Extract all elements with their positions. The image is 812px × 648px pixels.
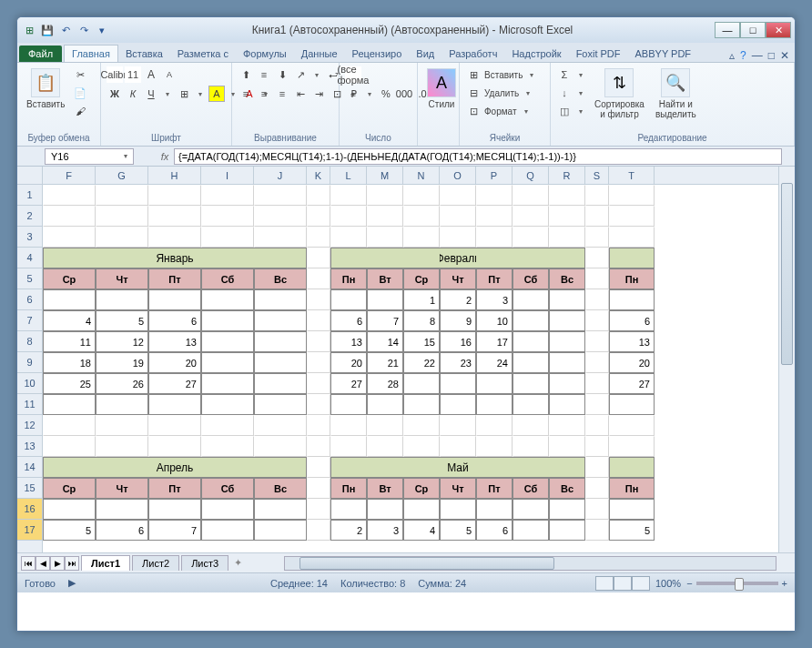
- paste-button[interactable]: 📋 Вставить: [23, 66, 68, 111]
- cell[interactable]: [254, 499, 307, 520]
- cell[interactable]: 10: [476, 310, 513, 331]
- cell[interactable]: [201, 310, 254, 331]
- cell[interactable]: [307, 268, 330, 289]
- cell[interactable]: Ср: [403, 478, 440, 499]
- cell[interactable]: 23: [440, 352, 476, 373]
- cell[interactable]: Пт: [148, 478, 201, 499]
- cell[interactable]: [513, 331, 549, 352]
- delete-cells-icon[interactable]: ⊟: [465, 85, 482, 101]
- cell[interactable]: 26: [96, 373, 148, 394]
- cell[interactable]: 27: [609, 373, 655, 394]
- cell[interactable]: [549, 352, 585, 373]
- cell[interactable]: [307, 206, 330, 227]
- cell[interactable]: [609, 206, 655, 227]
- sheet-tab-1[interactable]: Лист1: [81, 555, 130, 571]
- cell[interactable]: [609, 394, 655, 415]
- cell[interactable]: 7: [367, 310, 403, 331]
- view-layout-icon[interactable]: [614, 576, 632, 591]
- cell[interactable]: [43, 206, 96, 227]
- tab-review[interactable]: Рецензиро: [345, 46, 410, 62]
- sheet-last-icon[interactable]: ⏭: [65, 556, 79, 571]
- cell[interactable]: [403, 415, 440, 436]
- row-header-6[interactable]: 6: [17, 289, 42, 310]
- cell[interactable]: [403, 499, 440, 520]
- cell[interactable]: [367, 289, 403, 310]
- cell[interactable]: [43, 185, 96, 206]
- cell[interactable]: [307, 185, 330, 206]
- cell[interactable]: [513, 248, 549, 268]
- cell[interactable]: 5: [96, 310, 148, 331]
- cell[interactable]: Пн: [330, 268, 367, 289]
- cell[interactable]: 20: [609, 352, 655, 373]
- cell[interactable]: [513, 394, 549, 415]
- cell[interactable]: [440, 227, 476, 248]
- cell[interactable]: 20: [148, 352, 201, 373]
- cell[interactable]: [476, 248, 513, 268]
- cell[interactable]: 13: [330, 331, 367, 352]
- cell[interactable]: [513, 310, 549, 331]
- cell[interactable]: [307, 457, 330, 478]
- cell[interactable]: [513, 289, 549, 310]
- zoom-slider[interactable]: [696, 582, 778, 585]
- comma-icon[interactable]: 000: [396, 86, 412, 102]
- cell[interactable]: [201, 248, 254, 268]
- cell[interactable]: [609, 185, 655, 206]
- fx-icon[interactable]: fx: [156, 151, 174, 162]
- close-button[interactable]: ✕: [766, 22, 791, 38]
- cell[interactable]: [513, 520, 549, 541]
- format-painter-icon[interactable]: 🖌: [72, 103, 88, 119]
- cell[interactable]: [96, 394, 148, 415]
- cell[interactable]: [307, 331, 330, 352]
- col-header-G[interactable]: G: [96, 167, 148, 184]
- cell[interactable]: [201, 457, 254, 478]
- cell[interactable]: 6: [609, 310, 655, 331]
- cell[interactable]: [43, 289, 96, 310]
- align-bottom-icon[interactable]: ⬇: [274, 66, 290, 83]
- cell[interactable]: [307, 248, 330, 268]
- col-header-T[interactable]: T: [609, 167, 655, 184]
- minimize-ribbon-icon[interactable]: ▵: [729, 49, 735, 62]
- sheet-tab-2[interactable]: Лист2: [132, 555, 179, 571]
- cell[interactable]: 15: [403, 331, 440, 352]
- cell[interactable]: [96, 185, 148, 206]
- border-icon[interactable]: ⊞: [176, 86, 192, 102]
- horizontal-scrollbar[interactable]: [284, 556, 776, 571]
- cell[interactable]: [585, 499, 609, 520]
- row-header-9[interactable]: 9: [17, 352, 42, 373]
- cell[interactable]: Чт: [440, 268, 476, 289]
- cell[interactable]: Ср: [43, 268, 96, 289]
- cell[interactable]: [330, 457, 367, 478]
- cell[interactable]: [585, 373, 609, 394]
- align-top-icon[interactable]: ⬆: [238, 66, 254, 83]
- row-header-2[interactable]: 2: [17, 206, 42, 227]
- tab-view[interactable]: Вид: [409, 46, 442, 62]
- cell[interactable]: [96, 248, 148, 268]
- cell[interactable]: [476, 373, 513, 394]
- col-header-S[interactable]: S: [585, 167, 609, 184]
- align-right-icon[interactable]: ≡: [274, 86, 290, 102]
- cell[interactable]: [609, 248, 655, 268]
- cell[interactable]: [307, 415, 330, 436]
- cell[interactable]: [476, 415, 513, 436]
- cell[interactable]: [440, 185, 476, 206]
- cell[interactable]: Пт: [476, 268, 513, 289]
- cell[interactable]: [43, 227, 96, 248]
- cell[interactable]: [148, 206, 201, 227]
- cell[interactable]: [307, 373, 330, 394]
- cell[interactable]: [148, 415, 201, 436]
- cell[interactable]: [585, 331, 609, 352]
- cell[interactable]: [549, 206, 585, 227]
- cell[interactable]: [513, 227, 549, 248]
- zoom-level[interactable]: 100%: [655, 578, 681, 589]
- cell[interactable]: 8: [403, 310, 440, 331]
- row-header-13[interactable]: 13: [17, 436, 42, 457]
- cell[interactable]: [549, 394, 585, 415]
- cell[interactable]: 5: [43, 520, 96, 541]
- orientation-icon[interactable]: ↗: [292, 66, 309, 83]
- cell[interactable]: [440, 436, 476, 457]
- cell[interactable]: 6: [476, 520, 513, 541]
- col-header-P[interactable]: P: [476, 167, 513, 184]
- cell[interactable]: 20: [330, 352, 367, 373]
- cell[interactable]: [549, 289, 585, 310]
- cell[interactable]: [43, 415, 96, 436]
